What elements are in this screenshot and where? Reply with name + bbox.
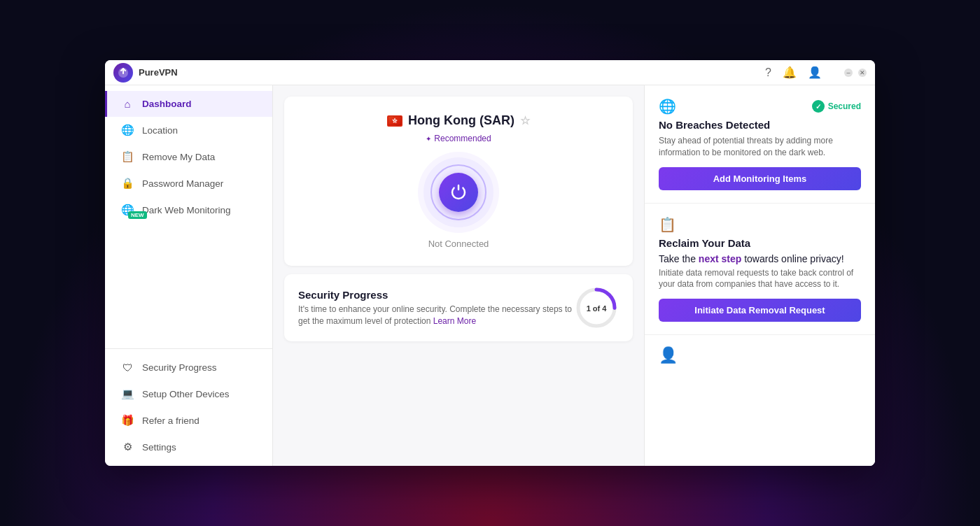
reclaim-card: 📋 Reclaim Your Data Take the next step t… [645,204,875,336]
breach-card-header: 🌐 ✓ Secured [659,98,861,115]
sidebar-item-location[interactable]: 🌐 Location [105,117,272,143]
secured-badge: ✓ Secured [812,100,861,113]
sidebar-item-setup-devices[interactable]: 💻 Setup Other Devices [105,381,272,407]
sidebar-item-label: Security Progress [142,362,217,373]
add-monitoring-button[interactable]: Add Monitoring Items [659,167,861,190]
refer-icon: 🎁 [121,414,134,427]
main-layout: ⌂ Dashboard 🌐 Location 📋 Remove My Data … [105,85,875,466]
sidebar-item-label: Dashboard [142,99,192,109]
help-icon[interactable]: ? [765,66,771,79]
breach-card: 🌐 ✓ Secured No Breaches Detected Stay ah… [645,85,875,204]
location-icon: 🌐 [121,124,134,136]
vpn-connect-button[interactable] [424,157,493,227]
notifications-icon[interactable]: 🔔 [783,66,797,79]
security-progress-icon: 🛡 [121,362,134,374]
setup-devices-icon: 💻 [121,388,134,400]
window-controls: – ✕ [844,69,867,77]
sidebar-nav: ⌂ Dashboard 🌐 Location 📋 Remove My Data … [105,91,272,348]
app-name: PureVPN [139,67,178,78]
breach-card-desc: Stay ahead of potential threats by addin… [659,135,861,159]
connection-status: Not Connected [428,239,489,249]
reclaim-card-header: 📋 [659,216,861,233]
third-card-icon: 👤 [659,346,861,364]
learn-more-link[interactable]: Learn More [433,316,476,326]
sidebar-item-refer-friend[interactable]: 🎁 Refer a friend [105,407,272,434]
sidebar-item-dark-web[interactable]: 🌐 Dark Web Monitoring NEW [105,197,272,223]
app-window: PureVPN ? 🔔 👤 – ✕ ⌂ Dashboard 🌐 Location [105,60,875,466]
location-name: Hong Kong (SAR) [408,113,514,128]
close-button[interactable]: ✕ [858,69,867,77]
sidebar-bottom: 🛡 Security Progress 💻 Setup Other Device… [105,348,272,460]
title-bar-logo: PureVPN [113,63,765,83]
sidebar-item-label: Setup Other Devices [142,389,230,399]
sidebar-item-password-manager[interactable]: 🔒 Password Manager [105,170,272,197]
reclaim-icon: 📋 [659,216,676,233]
reclaim-highlight: next step [699,253,741,264]
sidebar: ⌂ Dashboard 🌐 Location 📋 Remove My Data … [105,85,273,466]
reclaim-card-title: Reclaim Your Data [659,237,861,249]
secured-label: Secured [828,101,861,111]
sidebar-item-dashboard[interactable]: ⌂ Dashboard [105,91,272,117]
data-removal-button[interactable]: Initiate Data Removal Request [659,299,861,322]
security-progress-title: Security Progress [298,289,574,301]
content-area: 🇭🇰 Hong Kong (SAR) ☆ Recommended [273,85,875,466]
minimize-button[interactable]: – [844,69,853,77]
title-bar-controls: ? 🔔 👤 – ✕ [765,66,867,79]
svg-text:1 of 4: 1 of 4 [587,304,608,313]
sidebar-item-label: Remove My Data [142,152,215,162]
breach-globe-icon: 🌐 [659,98,676,115]
reclaim-card-desc: Initiate data removal requests to take b… [659,267,861,291]
account-icon[interactable]: 👤 [808,66,822,79]
breach-card-title: No Breaches Detected [659,119,861,131]
main-panel: 🇭🇰 Hong Kong (SAR) ☆ Recommended [273,85,644,466]
secured-check-icon: ✓ [812,100,825,113]
third-card: 👤 [645,335,875,381]
favorite-icon[interactable]: ☆ [520,114,530,127]
sidebar-item-remove-data[interactable]: 📋 Remove My Data [105,143,272,170]
settings-icon: ⚙ [121,441,134,453]
remove-data-icon: 📋 [121,150,134,163]
recommended-tag: Recommended [426,134,491,143]
recommended-label: Recommended [434,134,491,143]
reclaim-subtitle: Take the next step towards online privac… [659,253,861,264]
right-panel: 🌐 ✓ Secured No Breaches Detected Stay ah… [644,85,875,466]
power-button-inner [439,173,478,212]
progress-circle: 1 of 4 [574,285,619,330]
vpn-card: 🇭🇰 Hong Kong (SAR) ☆ Recommended [284,97,633,266]
sidebar-item-security-progress[interactable]: 🛡 Security Progress [105,355,272,381]
new-badge: NEW [128,211,147,219]
security-card-header: Security Progress It's time to enhance y… [298,285,619,330]
vpn-location: 🇭🇰 Hong Kong (SAR) ☆ [387,113,530,128]
sidebar-item-label: Password Manager [142,178,223,189]
flag-icon: 🇭🇰 [387,115,402,127]
dashboard-icon: ⌂ [121,98,134,110]
password-icon: 🔒 [121,177,134,190]
sidebar-item-label: Dark Web Monitoring [142,205,231,215]
sidebar-item-label: Refer a friend [142,415,200,426]
security-card-content: Security Progress It's time to enhance y… [298,289,574,327]
sidebar-item-label: Location [142,125,178,136]
security-progress-card: Security Progress It's time to enhance y… [284,274,633,341]
title-bar: PureVPN ? 🔔 👤 – ✕ [105,60,875,85]
power-ring [430,164,486,220]
sidebar-item-label: Settings [142,442,176,453]
app-logo-icon [113,63,133,83]
sidebar-item-settings[interactable]: ⚙ Settings [105,434,272,460]
security-progress-desc: It's time to enhance your online securit… [298,304,574,327]
